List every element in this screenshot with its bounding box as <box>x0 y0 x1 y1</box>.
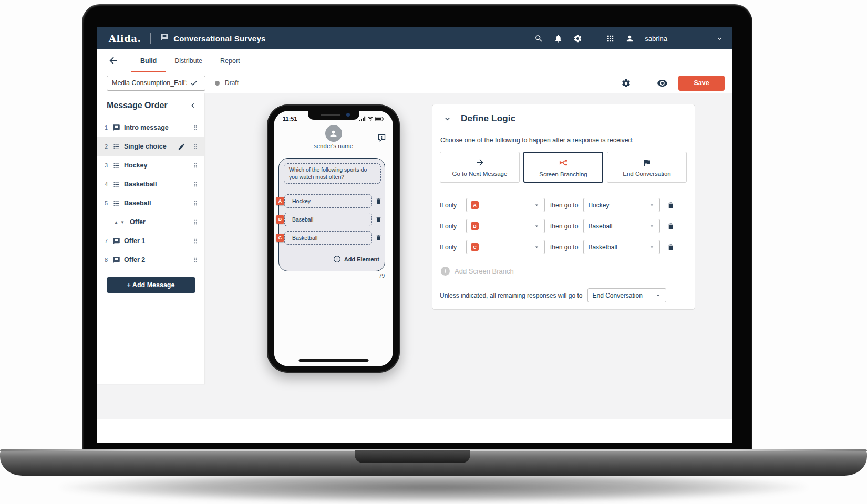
action-go-to-next-message[interactable]: Go to Next Message <box>440 152 520 183</box>
trash-icon[interactable] <box>667 222 675 230</box>
tab-bar: Build Distribute Report <box>97 49 732 72</box>
add-element-button[interactable]: Add Element <box>333 255 379 263</box>
chevron-down-icon <box>533 244 540 250</box>
drag-handle-icon[interactable] <box>191 198 200 208</box>
sidebar-item-hockey[interactable]: 3 Hockey <box>97 156 204 175</box>
phone-screen: 11:51 sender's name <box>274 111 393 366</box>
chat-icon <box>112 124 120 132</box>
option-row-baseball: B Baseball <box>284 213 382 226</box>
collapse-chevron-left-icon[interactable] <box>189 101 197 110</box>
preview-eye-icon[interactable] <box>652 78 673 89</box>
user-person-icon[interactable] <box>625 34 634 43</box>
sidebar-item-offer-1[interactable]: 7 Offer 1 <box>97 232 204 250</box>
survey-settings-gear-icon[interactable] <box>616 78 636 88</box>
laptop-base-notch <box>355 450 470 463</box>
sidebar-item-offer-2[interactable]: 8 Offer 2 <box>97 250 204 269</box>
alida-logo[interactable]: Alida. <box>109 33 141 44</box>
branch-rule-c: If only C then go to Basketball <box>440 240 675 254</box>
phone-camera <box>346 113 350 117</box>
question-text-box[interactable]: Which of the following sports do you wat… <box>284 163 381 184</box>
sidebar-item-intro-message[interactable]: 1 Intro message <box>97 118 204 137</box>
fallback-select[interactable]: End Conversation <box>587 288 666 302</box>
branch-rule-b: If only B then go to Baseball <box>440 219 675 233</box>
laptop-shadow <box>60 471 807 503</box>
chevron-down-icon[interactable] <box>716 35 724 43</box>
drag-handle-icon[interactable] <box>191 255 200 265</box>
list-icon <box>112 162 120 170</box>
target-select[interactable]: Basketball <box>583 240 660 254</box>
laptop-base <box>0 449 867 476</box>
confirm-check-icon[interactable] <box>190 79 198 87</box>
character-count: 79 <box>379 273 385 279</box>
tab-build[interactable]: Build <box>131 49 166 72</box>
survey-name-input[interactable] <box>112 79 187 87</box>
back-arrow-icon[interactable] <box>108 55 119 66</box>
add-message-button[interactable]: + Add Message <box>107 277 195 293</box>
message-container: Which of the following sports do you wat… <box>278 158 385 271</box>
letter-badge: B <box>471 222 479 230</box>
notifications-bell-icon[interactable] <box>554 34 563 43</box>
chevron-down-icon <box>648 202 655 208</box>
app-screen: Alida. Conversational Surveys <box>97 27 732 443</box>
username[interactable]: sabrina <box>645 35 667 43</box>
trash-icon[interactable] <box>667 243 675 251</box>
top-navbar: Alida. Conversational Surveys <box>97 27 732 49</box>
action-screen-branching[interactable]: Screen Branching <box>523 152 603 183</box>
list-icon <box>112 143 120 151</box>
edit-pencil-icon[interactable] <box>178 143 185 151</box>
tab-report[interactable]: Report <box>211 49 249 72</box>
define-logic-panel: Define Logic Choose one of the following… <box>432 104 695 310</box>
divider <box>150 33 151 44</box>
list-icon <box>112 200 120 207</box>
drag-handle-icon[interactable] <box>191 236 200 246</box>
sidebar-item-basketball[interactable]: 4 Basketball <box>97 175 204 194</box>
letter-badge: A <box>471 201 479 209</box>
save-button[interactable]: Save <box>678 76 725 91</box>
chevron-down-icon <box>648 244 655 250</box>
drag-handle-icon[interactable] <box>191 160 200 171</box>
phone-time: 11:51 <box>283 116 297 122</box>
option-text-box[interactable]: Hockey <box>284 194 372 208</box>
sender-name: sender's name <box>274 143 393 149</box>
trash-icon[interactable] <box>375 216 382 223</box>
apps-grid-icon[interactable] <box>606 34 615 43</box>
collapse-chevron-down-icon[interactable] <box>443 114 452 123</box>
action-end-conversation[interactable]: End Conversation <box>607 152 687 183</box>
sidebar-item-single-choice[interactable]: 2 Single choice <box>97 137 204 156</box>
phone-notch <box>308 111 359 120</box>
sidebar-item-offer-group[interactable]: ▲▼ Offer <box>97 213 204 232</box>
add-screen-branch-button[interactable]: Add Screen Branch <box>441 267 514 276</box>
chevron-down-icon <box>648 223 655 229</box>
settings-gear-icon[interactable] <box>573 34 582 43</box>
trash-icon[interactable] <box>667 201 675 209</box>
option-text-box[interactable]: Basketball <box>284 231 372 245</box>
message-order-sidebar: Message Order 1 Intro message 2 Single c… <box>97 93 205 384</box>
chat-icon <box>112 237 120 245</box>
target-select[interactable]: Hockey <box>583 198 660 212</box>
response-select[interactable]: A <box>466 198 545 212</box>
drag-handle-icon[interactable] <box>191 217 200 227</box>
search-icon[interactable] <box>534 34 543 43</box>
option-letter-badge: C <box>276 234 284 242</box>
divider <box>246 76 246 90</box>
trash-icon[interactable] <box>375 234 382 242</box>
target-select[interactable]: Baseball <box>583 219 660 233</box>
chat-app-icon <box>160 33 169 44</box>
response-select[interactable]: B <box>466 219 545 233</box>
battery-icon <box>375 117 384 121</box>
message-note-icon[interactable] <box>377 133 386 142</box>
letter-badge: C <box>471 243 479 251</box>
trash-icon[interactable] <box>375 197 382 205</box>
tab-distribute[interactable]: Distribute <box>166 49 211 72</box>
sidebar-item-baseball[interactable]: 5 Baseball <box>97 194 204 213</box>
drag-handle-icon[interactable] <box>191 179 200 190</box>
fallback-row: Unless indicated, all remaining response… <box>440 288 666 302</box>
survey-name-field[interactable] <box>107 76 205 91</box>
list-icon <box>112 181 120 188</box>
option-text-box[interactable]: Baseball <box>284 213 372 226</box>
divider <box>594 33 594 44</box>
response-select[interactable]: C <box>466 240 545 254</box>
drag-handle-icon[interactable] <box>191 122 200 133</box>
drag-handle-icon[interactable] <box>191 141 200 152</box>
sort-arrows-icon[interactable]: ▲▼ <box>114 220 128 225</box>
